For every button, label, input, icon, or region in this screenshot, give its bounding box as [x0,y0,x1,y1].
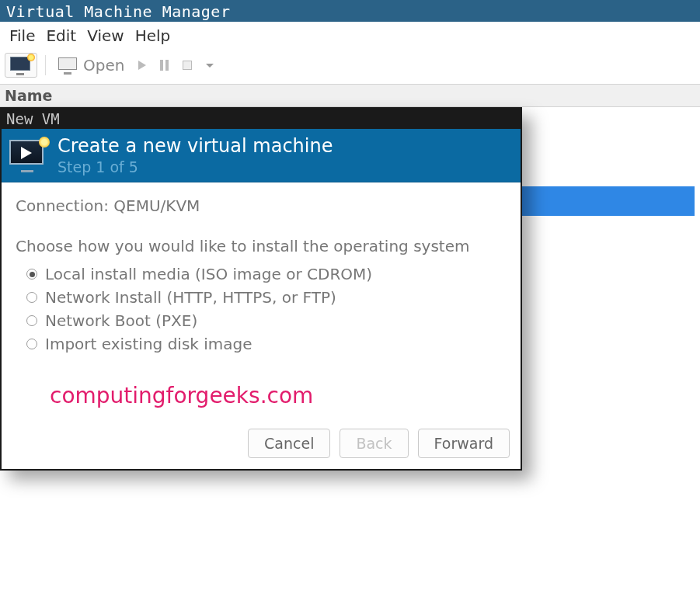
run-button[interactable] [134,57,151,73]
pause-button[interactable] [155,57,173,74]
back-button: Back [340,429,408,458]
chevron-down-icon [206,64,214,68]
watermark-text: computingforgeeks.com [50,383,507,408]
create-vm-icon [9,140,47,171]
dialog-title: New VM [6,110,60,127]
install-options: Local install media (ISO image or CDROM)… [16,265,507,353]
menu-edit[interactable]: Edit [41,25,81,47]
radio-import-disk[interactable]: Import existing disk image [26,335,507,353]
cancel-button[interactable]: Cancel [248,429,330,458]
vm-list-area: New VM Create a new virtual machine Step… [0,107,700,594]
forward-button-label: Forward [434,435,493,452]
cancel-button-label: Cancel [264,435,314,452]
menu-file[interactable]: File [5,25,40,47]
pause-icon [160,60,169,71]
radio-icon [26,292,37,303]
new-vm-dialog: New VM Create a new virtual machine Step… [0,107,522,471]
column-header-name-label: Name [5,87,52,104]
play-icon [138,61,146,70]
radio-icon [26,269,37,280]
connection-label: Connection: QEMU/KVM [16,196,507,215]
radio-network-boot-label: Network Boot (PXE) [45,311,197,330]
window-titlebar: Virtual Machine Manager [0,0,700,22]
install-prompt: Choose how you would like to install the… [16,237,507,255]
radio-icon [26,339,37,349]
radio-network-install-label: Network Install (HTTP, HTTPS, or FTP) [45,288,336,307]
radio-local-media[interactable]: Local install media (ISO image or CDROM) [26,265,507,283]
forward-button[interactable]: Forward [418,429,510,458]
monitor-icon [58,57,78,73]
radio-network-boot[interactable]: Network Boot (PXE) [26,311,507,330]
back-button-label: Back [356,435,392,452]
dialog-titlebar[interactable]: New VM [2,109,521,129]
stop-icon [183,61,192,70]
dialog-button-row: Cancel Back Forward [2,424,521,469]
shutdown-menu-button[interactable] [201,61,218,71]
new-vm-button[interactable] [5,53,37,78]
menu-help[interactable]: Help [131,25,176,47]
banner-step: Step 1 of 5 [57,158,333,175]
menu-view[interactable]: View [82,25,128,47]
column-header-name[interactable]: Name [0,84,700,107]
radio-import-disk-label: Import existing disk image [45,335,252,353]
radio-local-media-label: Local install media (ISO image or CDROM) [45,265,372,283]
monitor-new-icon [10,57,32,74]
radio-icon [26,315,37,326]
window-title: Virtual Machine Manager [6,2,230,21]
banner-heading: Create a new virtual machine [57,135,333,157]
radio-network-install[interactable]: Network Install (HTTP, HTTPS, or FTP) [26,288,507,307]
toolbar-separator [45,55,46,75]
shutdown-button[interactable] [178,57,197,73]
dialog-banner: Create a new virtual machine Step 1 of 5 [2,129,521,182]
menubar: File Edit View Help [0,22,700,50]
open-button-label: Open [83,56,124,75]
open-button[interactable]: Open [54,53,129,78]
dialog-body: Connection: QEMU/KVM Choose how you woul… [2,182,521,424]
toolbar: Open [0,50,700,84]
